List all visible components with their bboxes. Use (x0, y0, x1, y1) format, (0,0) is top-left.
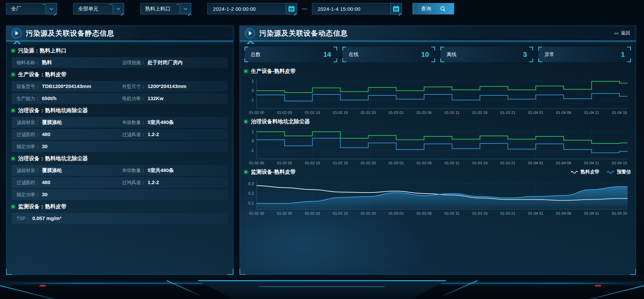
corner-bracket (245, 58, 248, 62)
x-axis-label: 01-04 01 (528, 111, 543, 115)
info-value: TDB1200*204143mm (42, 83, 91, 89)
info-row: 滤袋材质：覆膜涤纶布袋数量：5室共480条 (12, 117, 228, 128)
info-cell: 过鸿风速：1.2-2 (122, 179, 228, 186)
chart-title-row: 生产设备-熟料皮带 (245, 66, 631, 76)
info-label: 布华数量： (122, 168, 146, 174)
chart-title-row: 治理设备料地坑北除尘器 (245, 117, 631, 127)
corner-bracket (431, 47, 435, 50)
dynamic-panel-title: 污染源及关联设备动态信息 (259, 29, 348, 38)
x-axis-label: 01-02 00 (249, 161, 264, 165)
date-to-input[interactable]: 2024-1-4 15:00:00 (312, 3, 402, 14)
info-label: 布袋数量： (122, 120, 146, 126)
x-axis-label: 01-02 15 (333, 161, 348, 165)
select-plant[interactable]: 全厂 (6, 3, 57, 14)
chevron-down-icon[interactable] (180, 3, 191, 14)
green-square-bullet (245, 120, 247, 123)
info-label: 过滤面积： (16, 180, 40, 186)
date-from-input[interactable]: 2024-1-2 00:00:00 (207, 3, 297, 14)
deco-slant (0, 284, 70, 299)
corner-bracket (538, 58, 542, 62)
svg-text:0.1: 0.1 (248, 201, 254, 206)
date-range-separator: — (302, 6, 307, 12)
chart-legend: 熟料皮带预警信 (571, 169, 631, 175)
legend-item[interactable]: 熟料皮带 (571, 169, 599, 175)
info-label: 过滤面积： (16, 132, 40, 138)
chart-title-row: 监测设备-熟料皮带熟料皮带预警信 (245, 167, 631, 177)
section-header: 治理设备：熟料地坑南除尘器 (12, 105, 228, 116)
charts-container: 生产设备-熟料皮带10-101-02 0001-02 0501-02 1001-… (240, 66, 636, 217)
corner-bracket (245, 47, 248, 50)
chart-title: 监测设备-熟料皮带 (251, 169, 296, 176)
info-label: 电机功率： (122, 96, 146, 102)
info-value: 30 (42, 191, 48, 197)
svg-text:0: 0 (252, 88, 254, 93)
section-header: 污染源：熟料上料口 (12, 45, 228, 56)
stat-value: 3 (523, 50, 527, 58)
x-axis-label: 01-03 16 (472, 111, 487, 115)
info-value: 5室共480条 (148, 119, 174, 126)
info-value: 5室共480条 (148, 167, 174, 174)
chevron-down-icon[interactable] (46, 3, 57, 14)
dynamic-info-panel: 污染源及关联设备动态信息 << 返回 总数14在线10离线3异常1 生产设备-熟… (239, 26, 636, 275)
info-label: 设备型号： (16, 84, 40, 90)
info-cell: 设备型号：TDB1200*204143mm (16, 83, 122, 90)
info-cell: 生产能力：650t/h (16, 95, 122, 102)
stat-label: 离线 (446, 51, 457, 58)
x-axis-label: 01-03 11 (444, 211, 460, 215)
x-axis-label: 01-04 01 (528, 161, 543, 165)
info-label: 额定功率： (16, 192, 40, 198)
query-button[interactable]: 查询 (413, 3, 454, 14)
calendar-icon[interactable] (390, 3, 402, 14)
legend-item[interactable]: 预警信 (607, 169, 631, 175)
date-to-value: 2024-1-4 15:00:00 (318, 6, 390, 12)
stat-label: 在线 (348, 51, 359, 58)
query-button-label: 查询 (421, 6, 431, 12)
select-pollution-source[interactable]: 熟料上料口 (140, 3, 191, 14)
corner-bracket (333, 58, 337, 62)
corner-bracket (440, 47, 444, 50)
select-unit[interactable]: 全部单元 (73, 3, 124, 14)
x-axis-label: 01-03 01 (388, 111, 404, 115)
select-value: 全厂 (11, 6, 46, 12)
x-axis-label: 01-04 15 (612, 111, 627, 115)
stat-card-total: 总数14 (245, 47, 337, 62)
info-cell: TSP：0.057 mg/m³ (16, 215, 228, 222)
corner-bracket (431, 58, 435, 62)
info-label: 过滤风速： (122, 132, 146, 138)
svg-text:-1: -1 (250, 98, 254, 102)
x-axis-label: 01-03 06 (417, 211, 432, 215)
info-row: 过滤面积：480过鸿风速：1.2-2 (12, 177, 228, 188)
x-axis-label: 01-04 06 (556, 211, 571, 215)
info-cell: 过滤面积：480 (16, 131, 122, 138)
info-value: 132Kw (148, 95, 164, 101)
green-square-bullet (12, 205, 14, 208)
x-axis-label: 01-02 10 (305, 211, 320, 215)
info-cell: 滤袋材质：覆膜涤纶 (16, 167, 122, 174)
select-value: 熟料上料口 (145, 6, 180, 12)
topbar: 全厂全部单元熟料上料口 2024-1-2 00:00:00 — 2024-1-4… (0, 0, 644, 15)
calendar-icon[interactable] (286, 3, 297, 14)
info-row: 过滤面积：480过滤风速：1.2-2 (12, 129, 228, 140)
x-axis-label: 01-02 15 (333, 111, 348, 115)
search-icon (440, 6, 446, 12)
x-axis-label: 01-03 11 (444, 111, 460, 115)
x-axis-label: 01-02 00 (249, 111, 264, 115)
stats-row: 总数14在线10离线3异常1 (240, 41, 636, 66)
x-axis-label: 01-03 16 (472, 161, 487, 165)
chevron-down-icon[interactable] (113, 3, 124, 14)
info-cell: 额定功率：30 (16, 143, 228, 150)
static-panel-header: 污染源及关联设备静态信息 (6, 26, 233, 41)
back-button[interactable]: << 返回 (614, 30, 630, 36)
info-label: TSP： (16, 216, 30, 222)
stat-label: 总数 (251, 51, 261, 58)
x-axis-label: 01-04 11 (584, 211, 599, 215)
x-axis-label: 01-02 10 (305, 161, 320, 165)
x-axis-label: 01-03 21 (500, 111, 515, 115)
x-axis-label: 01-02 20 (361, 111, 376, 115)
info-cell: 过滤风速：1.2-2 (122, 131, 228, 138)
static-info-panel: 污染源及关联设备静态信息 污染源：熟料上料口物料名称：熟料治理措施：处于封闭厂房… (6, 26, 233, 275)
section-header-label: 治理设备：熟料地坑南除尘器 (18, 107, 88, 114)
play-icon (12, 29, 21, 38)
stat-value: 1 (621, 50, 625, 58)
deco-slant (574, 284, 644, 299)
